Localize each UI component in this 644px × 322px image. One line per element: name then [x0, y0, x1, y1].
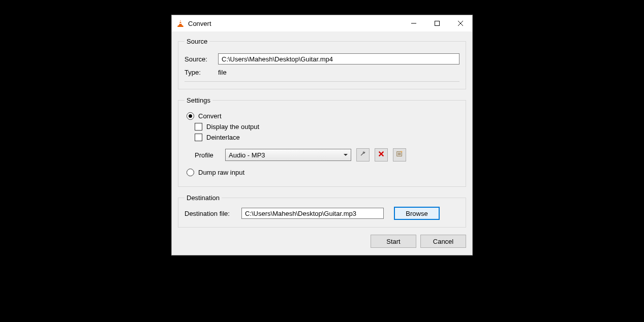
browse-button[interactable]: Browse — [394, 207, 440, 220]
browse-button-label: Browse — [406, 210, 427, 217]
source-input[interactable] — [218, 53, 459, 65]
destination-legend: Destination — [185, 194, 222, 202]
cancel-button-label: Cancel — [433, 238, 453, 245]
svg-rect-2 — [179, 23, 182, 24]
divider — [185, 81, 459, 82]
maximize-button[interactable] — [425, 15, 449, 31]
cancel-button[interactable]: Cancel — [420, 235, 466, 248]
vlc-cone-icon — [176, 19, 185, 28]
edit-profile-button[interactable] — [356, 148, 370, 162]
display-output-label: Display the output — [206, 123, 259, 131]
profile-label: Profile — [195, 151, 220, 159]
destination-group: Destination Destination file: Browse — [178, 194, 466, 228]
convert-radio[interactable] — [187, 112, 194, 120]
source-label: Source: — [185, 55, 214, 63]
settings-legend: Settings — [185, 96, 212, 104]
chevron-down-icon — [344, 154, 348, 156]
source-group: Source Source: Type: file — [178, 38, 466, 89]
svg-rect-5 — [435, 21, 440, 26]
delete-x-icon — [378, 150, 385, 159]
window-title: Convert — [188, 20, 211, 27]
deinterlace-checkbox[interactable] — [195, 134, 202, 141]
footer: Start Cancel — [178, 235, 466, 249]
wrench-icon — [359, 150, 366, 159]
svg-rect-1 — [179, 21, 181, 22]
type-label: Type: — [185, 69, 214, 76]
titlebar: Convert — [172, 15, 472, 31]
display-output-checkbox[interactable] — [195, 123, 202, 131]
close-button[interactable] — [449, 15, 472, 31]
convert-radio-label: Convert — [198, 112, 222, 120]
dump-raw-label: Dump raw input — [198, 169, 244, 176]
destination-file-label: Destination file: — [185, 210, 237, 217]
deinterlace-label: Deinterlace — [206, 134, 240, 141]
dump-raw-radio[interactable] — [187, 169, 194, 176]
client-area: Source Source: Type: file Settings Conve… — [172, 31, 472, 255]
profile-select[interactable]: Audio - MP3 — [225, 149, 351, 161]
minimize-button[interactable] — [402, 15, 425, 31]
profile-select-value: Audio - MP3 — [229, 151, 265, 159]
new-list-icon — [396, 150, 403, 159]
start-button[interactable]: Start — [371, 235, 416, 248]
source-legend: Source — [185, 38, 209, 45]
destination-file-input[interactable] — [241, 208, 384, 219]
convert-dialog: Convert Source Source: Type: file Settin — [171, 15, 473, 255]
svg-marker-0 — [179, 20, 182, 25]
settings-group: Settings Convert Display the output Dein… — [178, 96, 466, 187]
start-button-label: Start — [386, 238, 400, 245]
type-value: file — [218, 69, 227, 76]
new-profile-button[interactable] — [393, 148, 406, 162]
svg-marker-3 — [177, 25, 183, 27]
delete-profile-button[interactable] — [375, 148, 388, 162]
